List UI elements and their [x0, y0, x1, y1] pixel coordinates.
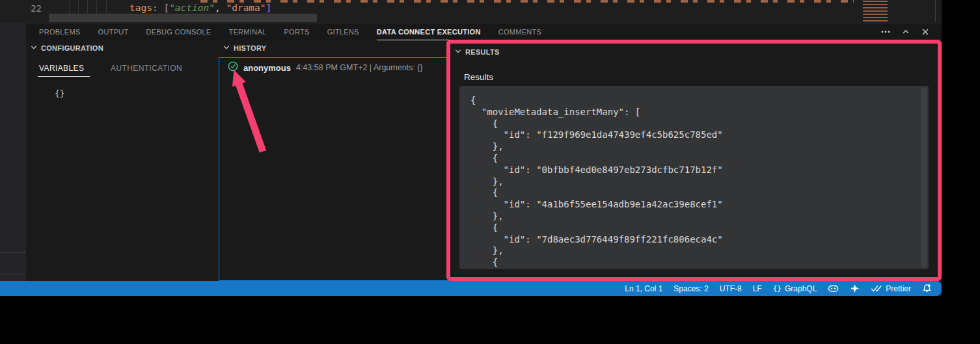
check-circle-icon [228, 61, 238, 74]
language-mode[interactable]: {} GraphQL [773, 284, 817, 293]
panel-tabbar: PROBLEMSOUTPUTDEBUG CONSOLETERMINALPORTS… [26, 23, 942, 40]
maximize-panel-icon[interactable] [901, 27, 910, 36]
code-line: tags: ["action", "drama"] [129, 3, 271, 13]
chevron-down-icon [455, 48, 461, 56]
line-number: 22 [25, 3, 42, 14]
eol-setting[interactable]: LF [753, 284, 762, 293]
more-actions-icon[interactable] [880, 27, 891, 37]
vscode-window: 22 tags: ["action", "drama"] PROBLEMSOUT… [0, 0, 942, 296]
formatter-label: Prettier [886, 284, 911, 293]
history-list: anonymous 4:43:58 PM GMT+2 | Arguments: … [219, 57, 449, 281]
panel-tab-problems[interactable]: PROBLEMS [39, 23, 81, 40]
annotation-rectangle: RESULTS Results { "movieMetadata_insertM… [446, 40, 942, 281]
configuration-section-header[interactable]: CONFIGURATION [31, 44, 103, 52]
tab-authentication[interactable]: AUTHENTICATION [111, 64, 182, 73]
copilot-icon[interactable] [828, 283, 839, 294]
code-token: , [215, 3, 226, 13]
code-token: [ [163, 3, 169, 13]
code-token: "drama" [226, 3, 265, 13]
data-connect-panel: CONFIGURATION VARIABLES AUTHENTICATION {… [26, 40, 942, 281]
panel-tab-ports[interactable]: PORTS [284, 23, 309, 40]
history-item[interactable]: anonymous 4:43:58 PM GMT+2 | Arguments: … [219, 58, 448, 74]
encoding-setting[interactable]: UTF-8 [720, 284, 742, 293]
rail-divider [0, 252, 26, 253]
double-check-icon [871, 284, 882, 293]
current-line-highlight [49, 14, 317, 22]
panel-actions [880, 27, 942, 37]
panel-tab-output[interactable]: OUTPUT [98, 23, 129, 40]
results-json-box[interactable]: { "movieMetadata_insertMany": [ { "id": … [459, 86, 929, 269]
sparkle-icon[interactable] [850, 284, 860, 293]
formatter-status[interactable]: Prettier [871, 284, 911, 293]
panel-tab-comments[interactable]: COMMENTS [498, 23, 542, 40]
results-json: { "movieMetadata_insertMany": [ { "id": … [459, 86, 929, 269]
results-scrollbar[interactable] [921, 87, 927, 268]
editor-area[interactable]: 22 tags: ["action", "drama"] [0, 0, 942, 23]
status-bar: Ln 1, Col 1 Spaces: 2 UTF-8 LF {} GraphQ… [0, 281, 942, 296]
left-rail [0, 23, 26, 281]
results-section-header[interactable]: RESULTS [455, 48, 500, 56]
panel-tab-gitlens[interactable]: GITLENS [327, 23, 359, 40]
panel-tab-terminal[interactable]: TERMINAL [228, 23, 266, 40]
panel-tab-debug-console[interactable]: DEBUG CONSOLE [146, 23, 211, 40]
history-section-header[interactable]: HISTORY [223, 44, 266, 52]
close-panel-icon[interactable] [921, 27, 930, 36]
clipped-code-line [200, 0, 854, 3]
cursor-position[interactable]: Ln 1, Col 1 [625, 284, 662, 293]
braces-icon: {} [773, 284, 782, 293]
variables-value[interactable]: {} [55, 88, 65, 98]
chevron-down-icon [31, 44, 37, 52]
active-tab-underline [38, 76, 90, 77]
history-item-meta: 4:43:58 PM GMT+2 | Arguments: {} [296, 63, 423, 72]
rail-divider [0, 274, 26, 274]
chevron-down-icon [223, 44, 230, 52]
minimap-divider [935, 0, 936, 22]
results-label: Results [464, 72, 493, 82]
code-token: tags: [129, 3, 158, 13]
tab-variables[interactable]: VARIABLES [39, 64, 84, 73]
configuration-title: CONFIGURATION [41, 44, 103, 52]
code-token: ] [266, 3, 272, 13]
history-title: HISTORY [234, 44, 266, 52]
minimap[interactable] [863, 1, 898, 21]
code-token: "action" [169, 3, 215, 13]
panel-tab-data-connect-execution[interactable]: DATA CONNECT EXECUTION [377, 23, 481, 40]
language-label: GraphQL [785, 284, 817, 293]
history-item-name: anonymous [243, 63, 291, 73]
notifications-bell-icon[interactable] [922, 284, 932, 293]
panel-tabs: PROBLEMSOUTPUTDEBUG CONSOLETERMINALPORTS… [39, 23, 541, 40]
results-title: RESULTS [465, 48, 500, 56]
indentation-setting[interactable]: Spaces: 2 [674, 284, 708, 293]
